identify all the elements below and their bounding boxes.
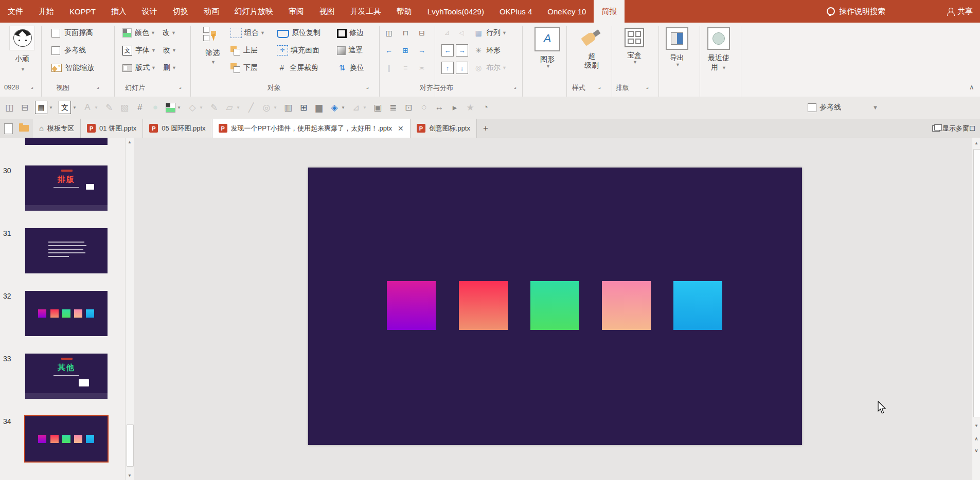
ribbon-button-上层[interactable]: 上层 [230, 44, 258, 57]
recent-button[interactable]: 最近使用 ▼ [699, 25, 739, 94]
chevron-down-icon[interactable]: ▼ [171, 30, 176, 35]
ribbon-item-page-height[interactable]: 页面撑高 [51, 27, 93, 39]
chevron-down-icon[interactable]: ▼ [177, 105, 181, 110]
ribbon-button-rows-columns[interactable]: ▦行列▼ [473, 27, 507, 39]
right-align-icon[interactable]: → [416, 44, 428, 57]
next-slide-button[interactable]: ∨ [972, 446, 980, 455]
gradient-square-magenta[interactable] [387, 281, 436, 330]
align-text-icon[interactable]: ≣ [388, 100, 398, 115]
dialog-launcher-icon[interactable]: ⌟ [598, 83, 601, 90]
crop-icon[interactable]: # [135, 100, 145, 115]
shape-ellipse-icon[interactable]: ● [150, 100, 161, 115]
theme-color-swatch-icon[interactable]: ▼ [166, 100, 181, 115]
chevron-down-icon[interactable]: ▼ [341, 105, 345, 110]
slide-canvas[interactable] [308, 168, 802, 445]
menu-tab-帮助[interactable]: 帮助 [389, 0, 420, 23]
selection-pane-icon[interactable]: ▸ [450, 100, 460, 115]
dialog-launcher-icon[interactable]: ⌟ [646, 83, 649, 90]
layout-button[interactable]: 版式 [135, 63, 150, 72]
move-down-icon[interactable]: ↓ [456, 62, 468, 74]
move-left-icon[interactable]: ← [441, 44, 454, 57]
move-right-icon[interactable]: → [456, 44, 468, 57]
ribbon-button-组合[interactable]: 组合▼ [230, 27, 265, 39]
filter-button[interactable]: 筛选 ▼ [200, 27, 225, 65]
menu-tab-开始[interactable]: 开始 [31, 0, 62, 23]
center-align-icon[interactable]: ⊞ [399, 44, 412, 57]
copy-format-icon[interactable]: ▣ [372, 100, 383, 115]
close-tab-icon[interactable]: ✕ [398, 124, 404, 133]
menu-tab-LvyhTools(0429)[interactable]: LvyhTools(0429) [420, 0, 492, 23]
scroll-up-icon[interactable]: ▲ [126, 138, 134, 146]
color-modify-button[interactable]: 改 [163, 28, 170, 38]
align-objects-center-icon[interactable]: ◫ [4, 100, 14, 115]
panel-scrollbar-thumb[interactable] [127, 424, 134, 467]
ribbon-button-遮罩[interactable]: 遮罩 [337, 44, 363, 57]
move-up-icon[interactable]: ↑ [441, 62, 454, 74]
menu-tab-切换[interactable]: 切换 [165, 0, 196, 23]
chevron-down-icon[interactable]: ▼ [172, 48, 176, 53]
shapes-button[interactable]: A图形▼ [527, 25, 567, 94]
previous-slide-button[interactable]: ∧ [972, 434, 980, 443]
chevron-down-icon[interactable]: ▼ [172, 65, 176, 70]
chevron-down-icon[interactable]: ▼ [151, 48, 156, 53]
ribbon-button-原位复制[interactable]: 原位复制 [277, 27, 320, 39]
ribbon-button-换位[interactable]: ⇅换位 [337, 62, 364, 74]
ribbon-item-guides[interactable]: 参考线 [51, 44, 86, 57]
document-tab[interactable]: P01 饼图.pptx [81, 119, 143, 138]
document-tab[interactable]: P发现一个PPT小插件，使用起来爽爆了，太好用！.pptx✕ [212, 119, 411, 138]
zoom-level-icon[interactable]: ◔ [480, 100, 491, 115]
menu-tab-开发工具[interactable]: 开发工具 [343, 0, 389, 23]
dialog-launcher-icon[interactable]: ⌟ [31, 83, 33, 90]
dialog-launcher-icon[interactable]: ⌟ [366, 83, 369, 90]
color-button[interactable]: 颜色 [135, 28, 149, 38]
new-tab-button[interactable]: + [477, 119, 494, 138]
page-height-checkbox[interactable] [51, 29, 60, 38]
top-align-icon[interactable]: ⊓ [399, 27, 412, 39]
document-tab[interactable]: ⌂模板专区 [33, 119, 81, 138]
menu-tab-幻灯片放映[interactable]: 幻灯片放映 [227, 0, 281, 23]
horizontal-center-align-icon[interactable]: ◫ [383, 27, 395, 39]
font-modify-button[interactable]: 改 [163, 46, 170, 55]
dialog-launcher-icon[interactable]: ⌟ [97, 83, 99, 90]
slide-thumbnail-34[interactable] [25, 416, 108, 461]
ribbon-item-smart-zoom[interactable]: 智能缩放 [51, 62, 94, 74]
gradient-square-green[interactable] [530, 281, 579, 330]
new-document-icon[interactable] [4, 123, 13, 134]
collapse-ribbon-button[interactable]: ∧ [969, 83, 974, 91]
avatar-button[interactable]: 小顽 ▼ [7, 26, 37, 72]
scroll-up-icon[interactable]: ▲ [972, 139, 980, 147]
guides-checkbox[interactable] [51, 46, 60, 55]
ribbon-button-下层[interactable]: 下层 [230, 62, 258, 74]
align-objects-middle-icon[interactable]: ⊟ [20, 100, 30, 115]
qat-guides-toggle[interactable]: 参考线 [808, 100, 841, 115]
menu-tab-视图[interactable]: 视图 [312, 0, 343, 23]
ribbon-button-填充画面[interactable]: ✛填充画面 [277, 44, 319, 57]
main-scrollbar[interactable]: ▲ ▼ ∧ ∨ [972, 138, 980, 480]
scroll-down-icon[interactable]: ▼ [126, 471, 134, 480]
merge-shapes-icon[interactable]: ◈▼ [329, 100, 345, 115]
gradient-square-red[interactable] [459, 281, 508, 330]
guides-checkbox[interactable] [808, 103, 816, 112]
menu-tab-文件[interactable]: 文件 [0, 0, 31, 23]
slide-thumbnail-32[interactable] [25, 291, 108, 336]
gradient-square-pink[interactable] [602, 281, 651, 330]
vertical-center-align-icon[interactable]: ⊟ [416, 27, 428, 39]
slide-29-partial-thumbnail[interactable] [25, 138, 108, 145]
slide-thumbnail-31[interactable] [25, 228, 108, 273]
chart-icon[interactable]: ▆ [314, 100, 324, 115]
dialog-launcher-icon[interactable]: ⌟ [179, 83, 182, 90]
tell-me-search[interactable]: 操作说明搜索 [839, 7, 885, 16]
slide-thumbnail-30[interactable]: 排版 [25, 165, 108, 211]
export-button[interactable]: 导出▼ [657, 25, 697, 94]
menu-tab-插入[interactable]: 插入 [103, 0, 134, 23]
ribbon-button-修边[interactable]: 修边 [337, 27, 364, 39]
layout-modify-button[interactable]: 删 [163, 63, 170, 72]
dialog-launcher-icon[interactable]: ⌟ [514, 83, 516, 90]
panel-scrollbar[interactable]: ▲ ▼ [125, 138, 134, 480]
chevron-down-icon[interactable]: ▼ [658, 62, 697, 67]
chevron-down-icon[interactable]: ▼ [151, 65, 156, 70]
text-style-icon[interactable]: ▤▼ [35, 100, 53, 115]
ribbon-button-ring-layout[interactable]: ✳环形 [473, 44, 501, 57]
font-format-icon[interactable]: 文▼ [59, 100, 77, 115]
chevron-down-icon[interactable]: ▼ [529, 64, 567, 69]
